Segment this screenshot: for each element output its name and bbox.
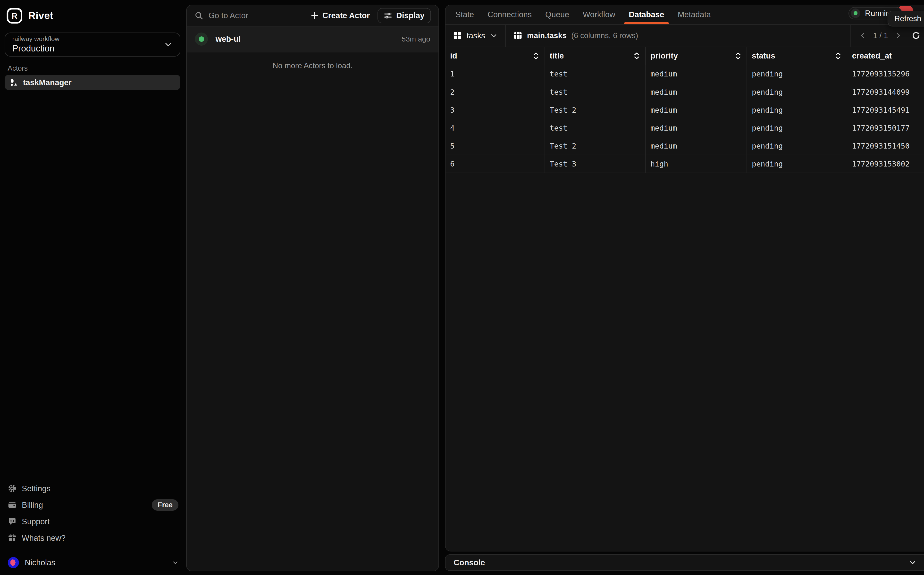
plus-icon [310,11,319,20]
cell-id[interactable]: 5 [445,137,545,155]
cell-title[interactable]: Test 2 [545,101,646,119]
cell-priority[interactable]: medium [646,101,747,119]
actor-detail-panel: State Connections Queue Workflow Databas… [445,5,924,551]
app-root: R Rivet railway workflow Production Acto… [0,0,924,575]
cell-created-at[interactable]: 1772093135296 [847,65,924,83]
cell-status[interactable]: pending [747,155,847,173]
tab-database[interactable]: Database [629,5,664,24]
refresh-button[interactable] [911,31,920,40]
cell-id[interactable]: 3 [445,101,545,119]
actor-name: web-ui [216,35,241,44]
cell-title[interactable]: test [545,65,646,83]
display-button-label: Display [396,11,425,20]
chevron-down-icon [164,40,173,49]
project-selector[interactable]: railway workflow Production [5,33,180,57]
cell-status[interactable]: pending [747,119,847,137]
actors-section-label: Actors [8,64,28,72]
sort-icon[interactable] [735,51,741,60]
prev-page-button[interactable] [859,32,867,40]
tab-metadata[interactable]: Metadata [678,5,711,24]
next-page-button[interactable] [894,32,902,40]
column-header-created-at[interactable]: created_at [847,47,924,65]
console-expand-button[interactable] [909,559,916,567]
cell-priority[interactable]: high [646,155,747,173]
table-row[interactable]: 2 test medium pending 1772093144099 [445,83,924,101]
sidebar-item-support[interactable]: Support [0,513,186,530]
plan-badge: Free [152,499,178,511]
sidebar-item-whats-new[interactable]: Whats new? [0,530,186,546]
actor-icon [10,78,18,87]
table-row[interactable]: 4 test medium pending 1772093150177 [445,119,924,137]
search-input[interactable] [208,11,291,20]
rivet-logo-icon: R [6,8,22,24]
cell-id[interactable]: 1 [445,65,545,83]
cell-created-at[interactable]: 1772093145491 [847,101,924,119]
column-label: created_at [852,51,892,60]
sidebar-item-billing[interactable]: Billing Free [0,497,186,513]
refresh-icon [911,31,920,40]
sidebar: R Rivet railway workflow Production Acto… [0,0,186,575]
cell-created-at[interactable]: 1772093150177 [847,119,924,137]
cell-created-at[interactable]: 1772093144099 [847,83,924,101]
status-ring [195,33,208,45]
table-row[interactable]: 3 Test 2 medium pending 1772093145491 [445,101,924,119]
cell-status[interactable]: pending [747,101,847,119]
avatar [8,557,19,568]
chevron-down-icon [909,559,916,567]
user-menu[interactable]: Nicholas [0,550,186,575]
wallet-icon [8,500,16,509]
console-label: Console [454,558,485,567]
sidebar-item-label: Whats new? [22,534,65,543]
cell-id[interactable]: 6 [445,155,545,173]
status-ring [851,8,860,18]
sidebar-item-taskmanager[interactable]: taskManager [5,75,180,90]
actor-list-header: Create Actor Display [187,5,439,26]
chevron-right-icon [894,32,902,40]
cell-created-at[interactable]: 1772093151450 [847,137,924,155]
console-bar[interactable]: Console [445,554,924,571]
brand-logo[interactable]: R Rivet [0,0,186,24]
cell-title[interactable]: Test 2 [545,137,646,155]
cell-status[interactable]: pending [747,83,847,101]
cell-priority[interactable]: medium [646,119,747,137]
cell-id[interactable]: 4 [445,119,545,137]
column-label: id [450,51,457,60]
cell-priority[interactable]: medium [646,137,747,155]
column-header-status[interactable]: status [747,47,847,65]
table-row[interactable]: 5 Test 2 medium pending 1772093151450 [445,137,924,155]
cell-priority[interactable]: medium [646,83,747,101]
table-selector-dropdown[interactable]: tasks [445,25,505,47]
column-header-priority[interactable]: priority [646,47,747,65]
sidebar-item-label: Support [22,517,50,526]
create-actor-button[interactable]: Create Actor [310,11,370,20]
tab-state[interactable]: State [455,5,474,24]
actor-search[interactable] [194,11,311,20]
cell-id[interactable]: 2 [445,83,545,101]
sort-icon[interactable] [835,51,841,60]
cell-title[interactable]: test [545,83,646,101]
pagination: 1 / 1 [851,25,924,47]
cell-title[interactable]: test [545,119,646,137]
table-row[interactable]: 6 Test 3 high pending 1772093153002 [445,155,924,173]
tab-workflow[interactable]: Workflow [583,5,615,24]
table-selector-value: tasks [467,31,485,40]
user-name: Nicholas [25,558,56,567]
tab-connections[interactable]: Connections [488,5,532,24]
table-info: main.tasks (6 columns, 6 rows) [506,25,646,47]
cell-status[interactable]: pending [747,137,847,155]
tab-queue[interactable]: Queue [545,5,569,24]
sort-icon[interactable] [633,51,640,60]
sort-icon[interactable] [533,51,539,60]
cell-created-at[interactable]: 1772093153002 [847,155,924,173]
display-button[interactable]: Display [377,8,431,23]
column-header-id[interactable]: id [445,47,545,65]
table-row[interactable]: 1 test medium pending 1772093135296 [445,65,924,83]
cell-status[interactable]: pending [747,65,847,83]
cell-priority[interactable]: medium [646,65,747,83]
table-name: main.tasks [527,31,567,40]
status-running-dot [854,11,858,15]
actor-row-web-ui[interactable]: web-ui 53m ago [187,27,439,52]
sidebar-item-settings[interactable]: Settings [0,480,186,497]
cell-title[interactable]: Test 3 [545,155,646,173]
column-header-title[interactable]: title [545,47,646,65]
